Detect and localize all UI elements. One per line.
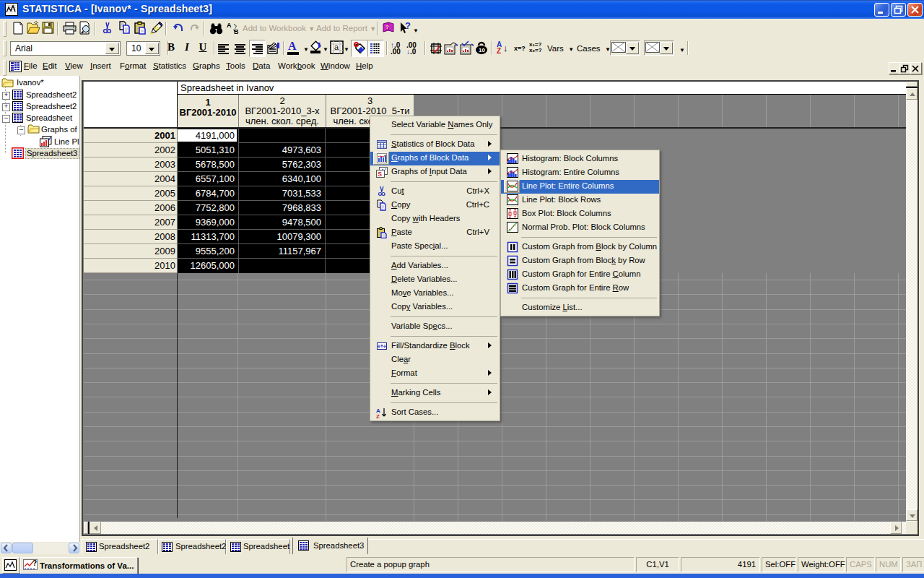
svg-text:a: a (334, 43, 339, 51)
svg-text:S: S (378, 171, 382, 178)
svg-text:10: 10 (479, 47, 485, 53)
svg-text:B: B (234, 28, 239, 35)
svg-text:Z: Z (376, 413, 380, 418)
svg-text:A: A (227, 22, 232, 29)
svg-text:?: ? (405, 20, 411, 31)
svg-text:?: ? (385, 24, 389, 30)
svg-text:?: ? (32, 559, 37, 567)
